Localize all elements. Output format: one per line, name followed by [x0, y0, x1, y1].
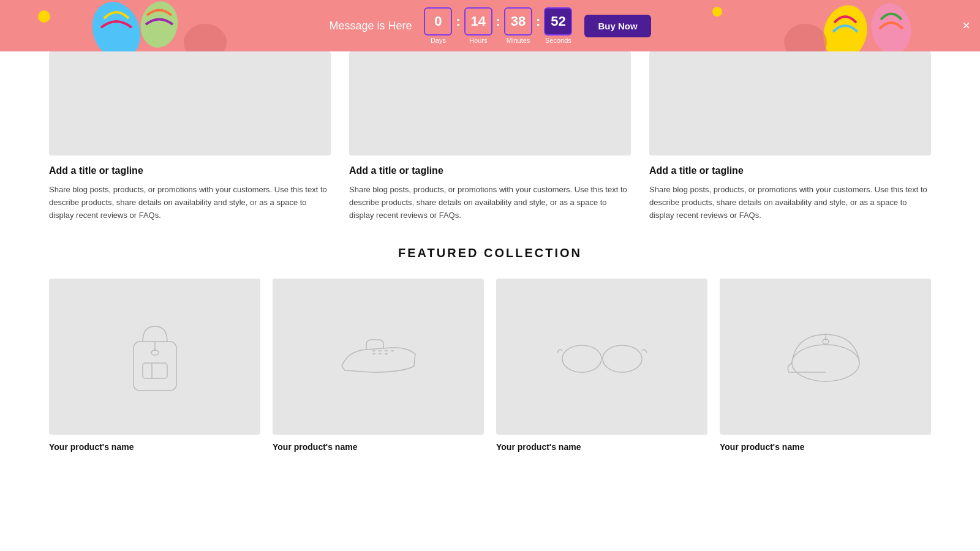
- svg-point-3: [867, 0, 915, 51]
- countdown: 0 Days : 14 Hours : 38 Minutes : 52 Seco…: [424, 7, 572, 44]
- product-name-3: Your product's name: [720, 442, 931, 452]
- product-card-2: Your product's name: [496, 279, 707, 452]
- svg-point-5: [712, 7, 722, 17]
- product-card-3: Your product's name: [720, 279, 931, 452]
- products-grid: Your product's name Your product's name …: [49, 279, 931, 452]
- svg-point-13: [562, 345, 601, 372]
- banner-message: Message is Here: [329, 20, 412, 32]
- buy-now-button[interactable]: Buy Now: [584, 15, 650, 37]
- seconds-box: 52: [544, 7, 572, 36]
- blog-image-1: [349, 51, 631, 156]
- hours-label: Hours: [469, 37, 487, 44]
- countdown-hours: 14 Hours: [464, 7, 492, 44]
- product-image-1: [273, 279, 484, 435]
- blog-title-0: Add a title or tagline: [49, 165, 331, 176]
- svg-point-15: [792, 345, 859, 381]
- svg-point-0: [86, 0, 148, 51]
- sep-2: :: [496, 13, 500, 29]
- svg-point-6: [184, 24, 227, 51]
- blog-card-2: Add a title or tagline Share blog posts,…: [649, 51, 931, 222]
- blog-body-2: Share blog posts, products, or promotion…: [649, 184, 931, 222]
- product-name-1: Your product's name: [273, 442, 484, 452]
- product-image-0: [49, 279, 260, 435]
- egg-decoration-left: [86, 0, 184, 51]
- featured-section: FEATURED COLLECTION Your product's name …: [0, 246, 980, 476]
- minutes-box: 38: [504, 7, 532, 36]
- product-name-0: Your product's name: [49, 442, 260, 452]
- svg-point-4: [38, 10, 50, 23]
- minutes-label: Minutes: [507, 37, 530, 44]
- product-card-1: Your product's name: [273, 279, 484, 452]
- sep-1: :: [456, 13, 460, 29]
- svg-point-14: [603, 345, 642, 372]
- close-button[interactable]: ×: [962, 18, 970, 34]
- seconds-label: Seconds: [545, 37, 571, 44]
- countdown-days: 0 Days: [424, 7, 452, 44]
- blog-card-1: Add a title or tagline Share blog posts,…: [349, 51, 631, 222]
- blog-title-2: Add a title or tagline: [649, 165, 931, 176]
- blog-card-0: Add a title or tagline Share blog posts,…: [49, 51, 331, 222]
- blog-image-0: [49, 51, 331, 156]
- blog-section: Add a title or tagline Share blog posts,…: [0, 51, 980, 246]
- page-content: Add a title or tagline Share blog posts,…: [0, 51, 980, 476]
- product-image-3: [720, 279, 931, 435]
- product-name-2: Your product's name: [496, 442, 707, 452]
- banner: Message is Here 0 Days : 14 Hours : 38 M…: [0, 0, 980, 51]
- sep-3: :: [536, 13, 540, 29]
- hours-box: 14: [464, 7, 492, 36]
- blob-left: [184, 18, 227, 51]
- product-image-2: [496, 279, 707, 435]
- svg-point-1: [137, 0, 181, 51]
- svg-rect-9: [143, 363, 167, 378]
- svg-point-12: [151, 350, 159, 355]
- days-label: Days: [431, 37, 446, 44]
- dot-decoration-right: [712, 6, 723, 17]
- featured-title: FEATURED COLLECTION: [49, 246, 931, 260]
- countdown-seconds: 52 Seconds: [544, 7, 572, 44]
- product-card-0: Your product's name: [49, 279, 260, 452]
- blog-image-2: [649, 51, 931, 156]
- countdown-minutes: 38 Minutes: [504, 7, 532, 44]
- blog-title-1: Add a title or tagline: [349, 165, 631, 176]
- svg-point-7: [784, 24, 827, 51]
- days-box: 0: [424, 7, 452, 36]
- blob-right: [784, 18, 827, 51]
- blog-body-1: Share blog posts, products, or promotion…: [349, 184, 631, 222]
- dot-decoration-left: [37, 9, 51, 24]
- blog-body-0: Share blog posts, products, or promotion…: [49, 184, 331, 222]
